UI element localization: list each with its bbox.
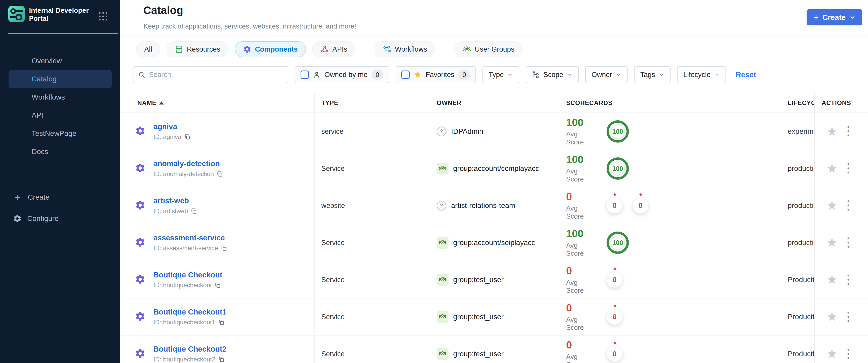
actions-cell (814, 261, 868, 298)
copy-icon[interactable] (220, 245, 227, 251)
component-gear-icon (135, 125, 146, 138)
table-row: artist-web ID: artistweb website ? artis… (120, 187, 868, 224)
tab-user-groups[interactable]: User Groups (455, 41, 523, 57)
sidebar-configure-button[interactable]: Configure (0, 210, 120, 228)
avg-score-value: 100 (566, 228, 597, 240)
create-button[interactable]: + Create (807, 9, 862, 25)
scorecards-cell: 0 Avg Score 00 (566, 187, 649, 224)
tags-dropdown[interactable]: Tags (634, 66, 671, 83)
type-cell: service (321, 127, 344, 135)
search-input[interactable] (149, 71, 283, 79)
favorites-filter[interactable]: Favorites 0 (396, 66, 476, 83)
copy-icon[interactable] (218, 356, 225, 363)
copy-icon[interactable] (214, 282, 221, 289)
favorites-checkbox[interactable] (401, 70, 410, 79)
scorecard-rings: 100 (607, 157, 629, 180)
avg-score-value: 100 (566, 117, 597, 128)
tab-apis[interactable]: APIs (312, 41, 355, 57)
column-header-lifecycle: LIFECYCLE (788, 99, 814, 107)
actions-cell (814, 187, 868, 224)
owned-by-me-checkbox[interactable] (301, 70, 309, 79)
tab-all[interactable]: All (136, 41, 160, 57)
favorite-star-icon[interactable] (826, 163, 838, 174)
idp-logo-icon[interactable] (8, 6, 25, 22)
kebab-menu-icon[interactable] (846, 237, 850, 249)
kebab-menu-icon[interactable] (846, 311, 850, 323)
reset-filters-link[interactable]: Reset (736, 70, 756, 79)
sidebar-item-docs[interactable]: Docs (0, 143, 120, 161)
entity-name-link[interactable]: Boutique Checkout1 (153, 308, 226, 316)
copy-icon[interactable] (216, 171, 223, 177)
copy-icon[interactable] (184, 133, 191, 140)
component-gear-icon (135, 348, 146, 360)
favorite-star-icon[interactable] (826, 126, 838, 137)
sidebar-create-button[interactable]: + Create (0, 189, 120, 206)
entity-name-link[interactable]: anomaly-detection (153, 159, 223, 168)
owner-cell: ? group:test_user (437, 311, 504, 323)
page-title: Catalog (143, 4, 183, 17)
component-gear-icon (135, 311, 146, 323)
scorecard-ring[interactable]: 0 (632, 198, 649, 214)
scorecard-ring[interactable]: 100 (607, 232, 629, 254)
tab-resources[interactable]: Resources (166, 41, 228, 57)
name-cell: artist-web ID: artistweb (153, 196, 197, 215)
sidebar-item-catalog[interactable]: Catalog (8, 70, 112, 88)
sidebar-item-testnewpage[interactable]: TestNewPage (0, 124, 120, 143)
favorite-star-icon[interactable] (826, 311, 838, 323)
search-box[interactable] (133, 66, 288, 83)
favorite-star-icon[interactable] (826, 200, 838, 211)
scorecard-ring[interactable]: 100 (607, 120, 629, 143)
scorecard-ring[interactable]: 0 (607, 272, 623, 288)
sidebar-item-workflows[interactable]: Workflows (0, 88, 120, 106)
component-gear-icon (135, 162, 146, 175)
owned-by-me-filter[interactable]: Owned by me 0 (295, 66, 389, 83)
favorite-star-icon[interactable] (826, 237, 838, 248)
sidebar-configure-label: Configure (27, 214, 59, 223)
person-icon (313, 71, 320, 79)
owned-by-me-count: 0 (372, 69, 383, 80)
entity-name-link[interactable]: agniva (153, 122, 191, 131)
scorecard-ring[interactable]: 0 (607, 346, 623, 362)
kebab-menu-icon[interactable] (846, 162, 850, 175)
copy-icon[interactable] (218, 319, 225, 326)
column-header-name[interactable]: NAME (137, 99, 164, 107)
type-dropdown[interactable]: Type (483, 66, 520, 83)
favorite-star-icon[interactable] (826, 348, 838, 360)
column-header-scorecards: SCORECARDS (566, 99, 613, 107)
scorecard-ring[interactable]: 0 (607, 309, 623, 325)
table-row: assessment-service ID: assessment-servic… (120, 224, 868, 261)
kebab-menu-icon[interactable] (846, 348, 850, 360)
lifecycle-dropdown-label: Lifecycle (683, 71, 710, 79)
scorecard-ring[interactable]: 0 (607, 198, 623, 214)
scorecard-ring[interactable]: 100 (607, 157, 629, 180)
owner-cell: ? group:test_user (437, 274, 504, 286)
chevron-down-icon (616, 72, 621, 78)
sidebar-item-api[interactable]: API (0, 106, 120, 124)
tab-workflows[interactable]: Workflows (375, 41, 435, 57)
owner-cell: ? IDPAdmin (437, 126, 483, 137)
lifecycle-cell: Production (788, 276, 814, 284)
owner-label: IDPAdmin (451, 127, 483, 135)
sidebar-item-overview[interactable]: Overview (0, 52, 120, 70)
owner-dropdown[interactable]: Owner (585, 66, 628, 83)
kebab-menu-icon[interactable] (846, 274, 850, 286)
scope-dropdown[interactable]: Scope (526, 66, 579, 83)
avg-score-label: Avg Score (566, 315, 597, 332)
tab-components[interactable]: Components (235, 41, 306, 57)
copy-icon[interactable] (190, 208, 197, 214)
entity-name-link[interactable]: Boutique Checkout (153, 271, 222, 279)
avg-score-label: Avg Score (566, 241, 597, 258)
entity-name-link[interactable]: Boutique Checkout2 (153, 345, 226, 354)
scorecards-cell: 0 Avg Score 0 (566, 335, 623, 363)
scope-dropdown-label: Scope (543, 71, 563, 79)
entity-name-link[interactable]: assessment-service (153, 234, 227, 242)
kebab-menu-icon[interactable] (846, 200, 850, 212)
apps-grid-icon[interactable] (99, 12, 107, 21)
score-divider (599, 269, 599, 291)
lifecycle-dropdown[interactable]: Lifecycle (677, 66, 726, 83)
lifecycle-cell: Production (788, 350, 814, 358)
favorite-star-icon[interactable] (826, 274, 838, 285)
entity-name-link[interactable]: artist-web (153, 196, 197, 205)
kebab-menu-icon[interactable] (846, 125, 850, 138)
create-button-label: Create (823, 13, 846, 22)
